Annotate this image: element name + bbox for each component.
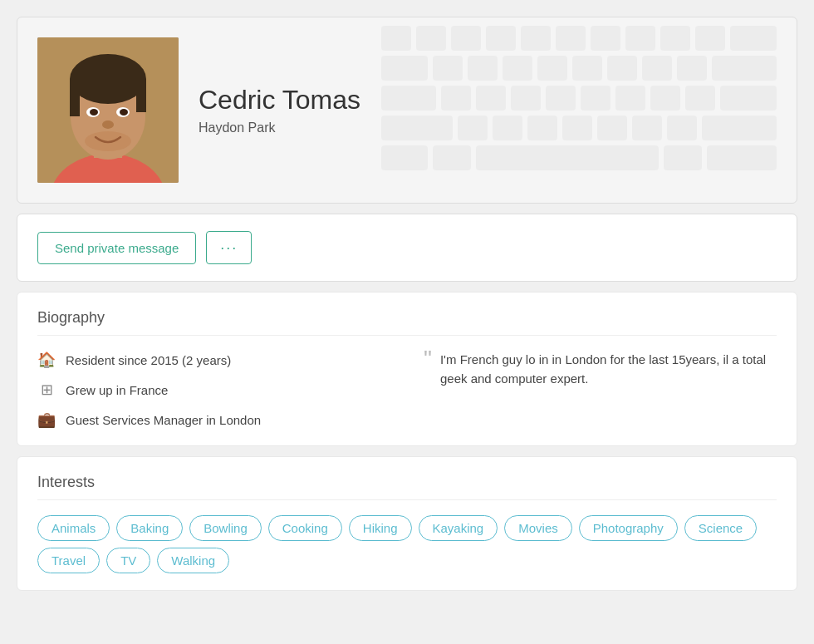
svg-rect-18 <box>642 56 672 81</box>
svg-rect-13 <box>468 56 498 81</box>
bio-quote: I'm French guy lo in in London for the l… <box>440 351 777 388</box>
svg-rect-10 <box>730 26 777 51</box>
svg-rect-3 <box>486 26 516 51</box>
interest-tag: Walking <box>157 548 229 573</box>
interest-tag: TV <box>106 548 150 573</box>
svg-rect-15 <box>537 56 567 81</box>
bio-left: 🏠 Resident since 2015 (2 years) ⊞ Grew u… <box>37 351 390 429</box>
svg-rect-28 <box>650 86 680 111</box>
svg-rect-9 <box>695 26 725 51</box>
interest-tag: Cooking <box>268 515 342 541</box>
svg-rect-16 <box>572 56 602 81</box>
interest-tag: Baking <box>116 515 183 541</box>
bio-content: 🏠 Resident since 2015 (2 years) ⊞ Grew u… <box>37 351 777 429</box>
bio-job-text: Guest Services Manager in London <box>66 413 261 427</box>
svg-rect-23 <box>476 86 506 111</box>
svg-rect-33 <box>493 116 522 140</box>
bio-item-job: 💼 Guest Services Manager in London <box>37 410 390 429</box>
quote-icon: " <box>424 347 432 371</box>
interests-section: Interests AnimalsBakingBowlingCookingHik… <box>17 456 797 591</box>
more-options-button[interactable]: ··· <box>206 231 252 264</box>
svg-rect-51 <box>136 79 146 112</box>
svg-rect-39 <box>702 116 777 140</box>
svg-rect-8 <box>660 26 690 51</box>
svg-rect-34 <box>527 116 557 140</box>
svg-rect-50 <box>70 79 80 116</box>
interest-tag: Kayaking <box>419 515 498 541</box>
interests-tags: AnimalsBakingBowlingCookingHikingKayakin… <box>37 515 777 573</box>
bio-item-resident: 🏠 Resident since 2015 (2 years) <box>37 351 390 369</box>
svg-rect-21 <box>381 86 436 111</box>
bio-item-grewup: ⊞ Grew up in France <box>37 381 390 399</box>
home-icon: 🏠 <box>37 351 56 369</box>
svg-rect-43 <box>664 145 702 170</box>
actions-card: Send private message ··· <box>17 214 797 282</box>
svg-rect-7 <box>625 26 655 51</box>
svg-rect-40 <box>381 145 428 170</box>
profile-avatar <box>37 37 179 183</box>
svg-rect-5 <box>556 26 586 51</box>
svg-rect-4 <box>521 26 551 51</box>
svg-rect-20 <box>712 56 777 81</box>
send-private-message-button[interactable]: Send private message <box>37 232 196 264</box>
svg-rect-25 <box>546 86 576 111</box>
interest-tag: Photography <box>579 515 678 541</box>
svg-rect-30 <box>720 86 777 111</box>
bio-grewup-text: Grew up in France <box>66 383 168 397</box>
briefcase-icon: 💼 <box>37 410 56 429</box>
svg-rect-31 <box>381 116 453 140</box>
svg-rect-26 <box>581 86 610 111</box>
interest-tag: Animals <box>37 515 110 541</box>
svg-rect-6 <box>591 26 620 51</box>
biography-title: Biography <box>37 309 777 336</box>
interest-tag: Movies <box>504 515 572 541</box>
svg-rect-29 <box>685 86 715 111</box>
svg-point-57 <box>85 131 131 151</box>
profile-header: Cedric Tomas Haydon Park <box>17 17 797 204</box>
svg-rect-2 <box>451 26 481 51</box>
interests-title: Interests <box>37 474 777 500</box>
interest-tag: Science <box>684 515 757 541</box>
svg-rect-24 <box>511 86 541 111</box>
interest-tag: Hiking <box>349 515 412 541</box>
svg-rect-36 <box>597 116 627 140</box>
svg-rect-27 <box>615 86 645 111</box>
interest-tag: Bowling <box>189 515 262 541</box>
svg-rect-35 <box>562 116 592 140</box>
interest-tag: Travel <box>37 548 100 573</box>
svg-point-54 <box>90 109 98 116</box>
profile-location: Haydon Park <box>199 120 360 135</box>
profile-info: Cedric Tomas Haydon Park <box>199 85 360 135</box>
svg-rect-11 <box>381 56 428 81</box>
grid-icon: ⊞ <box>37 381 56 399</box>
svg-point-49 <box>70 54 146 104</box>
svg-rect-0 <box>381 26 411 51</box>
svg-rect-38 <box>667 116 697 140</box>
svg-rect-37 <box>632 116 662 140</box>
svg-rect-41 <box>433 145 471 170</box>
svg-rect-12 <box>433 56 463 81</box>
svg-rect-17 <box>607 56 637 81</box>
svg-rect-32 <box>458 116 488 140</box>
svg-rect-14 <box>503 56 532 81</box>
svg-rect-42 <box>476 145 659 170</box>
bio-resident-text: Resident since 2015 (2 years) <box>66 353 231 367</box>
page-wrapper: Cedric Tomas Haydon Park Send private me… <box>17 17 797 591</box>
svg-rect-1 <box>416 26 446 51</box>
biography-section: Biography 🏠 Resident since 2015 (2 years… <box>17 292 797 446</box>
keyboard-watermark <box>381 26 780 192</box>
svg-point-56 <box>102 120 114 129</box>
svg-point-55 <box>120 109 128 116</box>
bio-right: " I'm French guy lo in in London for the… <box>424 351 777 429</box>
svg-rect-44 <box>707 145 777 170</box>
svg-rect-19 <box>677 56 707 81</box>
svg-rect-22 <box>441 86 471 111</box>
profile-name: Cedric Tomas <box>199 85 360 116</box>
